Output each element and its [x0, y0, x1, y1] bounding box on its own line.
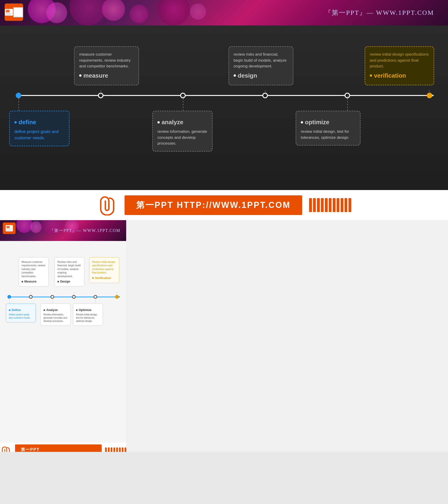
timeline-node-verification: [427, 93, 432, 98]
divider-bar-sm-3: [111, 448, 112, 452]
card-design-label: design: [234, 71, 288, 80]
vline-sm-design: [74, 292, 74, 297]
slide2-header-title: 『第一PPT』— WWW.1PPT.COM: [50, 228, 121, 233]
card-sm-verification-text: Review initial design specifications and…: [92, 260, 115, 274]
divider-lines: [309, 198, 351, 212]
slide1-body: measure customer requirements, review in…: [0, 25, 448, 190]
divider-strip-sm: 第一PPT HTTP://WWW.1PPT.COM: [0, 443, 126, 452]
vline-design: [265, 90, 266, 95]
svg-rect-7: [6, 230, 11, 231]
vline-sm-optimize-below: [95, 298, 96, 304]
card-sm-measure-dot: [21, 281, 23, 283]
card-design-text: review risks and financial, begin build …: [234, 52, 287, 68]
vline-optimize-below: [347, 95, 348, 110]
card-measure-text: measure customer requirements, review in…: [79, 52, 131, 68]
card-sm-measure-label: Measure: [21, 279, 46, 284]
card-sm-analyze: Analyze Review information, generate con…: [40, 304, 71, 326]
card-analyze-text: review information, generate concepts an…: [157, 129, 207, 146]
divider-bar-2: [313, 198, 316, 212]
slide1-header-title: 『第一PPT』— WWW.1PPT.COM: [325, 8, 434, 17]
divider-bar-sm-4: [113, 448, 115, 452]
card-design: review risks and financial, begin build …: [228, 46, 293, 85]
divider-lines-sm: [105, 448, 126, 452]
slide2-body: Measure customer requirements, review in…: [0, 241, 126, 443]
card-measure-label: measure: [79, 71, 134, 80]
clip-icon-sm: [0, 446, 12, 452]
svg-rect-2: [6, 13, 12, 14]
divider-bar-sm-1: [105, 448, 107, 452]
divider-bar-sm-8: [124, 448, 126, 452]
card-sm-design: Review risks and financial, begin build …: [54, 257, 85, 287]
divider-bar-4: [321, 198, 324, 212]
svg-rect-3: [6, 14, 11, 15]
divider-bar-3: [317, 198, 320, 212]
slide2-header: 『第一PPT』— WWW.1PPT.COM: [0, 220, 126, 241]
card-define-dot: [14, 121, 17, 124]
divider-strip: 第一PPT HTTP://WWW.1PPT.COM: [0, 190, 448, 220]
card-sm-design-text: Review risks and financial, begin build …: [57, 260, 81, 278]
card-sm-analyze-dot: [44, 309, 45, 311]
svg-rect-5: [6, 226, 10, 228]
divider-bar-11: [348, 198, 351, 212]
divider-bar-9: [341, 198, 343, 212]
card-analyze-label: analyze: [157, 118, 207, 127]
card-sm-optimize-label: Optimize: [76, 308, 100, 312]
timeline-node-sm-verification: [115, 295, 119, 299]
card-sm-define-text: Define project goals and customer needs.: [9, 313, 33, 320]
ppt-icon: [5, 3, 23, 21]
vline-analyze-below: [183, 95, 183, 110]
timeline: [18, 95, 430, 96]
divider-bar-7: [333, 198, 335, 212]
card-optimize-text: review initial design, test for toleranc…: [301, 129, 355, 141]
card-sm-design-label: Design: [57, 279, 82, 284]
divider-bar-sm-5: [116, 448, 118, 452]
card-define: define define project goals and customer…: [9, 111, 69, 146]
card-sm-verification-dot: [92, 277, 94, 279]
slide1-header: 『第一PPT』— WWW.1PPT.COM: [0, 0, 448, 25]
card-analyze-dot: [157, 121, 160, 124]
card-sm-measure: Measure customer requirements, review in…: [18, 257, 49, 287]
clip-icon: [97, 195, 118, 216]
vline-verification: [429, 90, 430, 95]
card-sm-optimize-dot: [76, 309, 78, 311]
divider-bar-8: [337, 198, 339, 212]
svg-rect-1: [6, 10, 10, 13]
divider-bar-sm-6: [119, 448, 121, 452]
ppt-icon-sm: [3, 222, 16, 234]
card-sm-optimize-text: Review initial design, test for toleranc…: [76, 313, 100, 323]
card-define-label: define: [14, 118, 64, 127]
card-sm-design-dot: [57, 281, 59, 283]
card-verification: review initial design specifications and…: [365, 46, 434, 85]
card-sm-analyze-label: Analyze: [44, 308, 68, 312]
card-design-dot: [234, 74, 236, 77]
card-sm-verification: Review initial design specifications and…: [89, 257, 119, 283]
card-measure: measure customer requirements, review in…: [74, 46, 139, 85]
divider-text-sm: 第一PPT HTTP://WWW.1PPT.COM: [15, 444, 102, 452]
card-optimize-label: optimize: [301, 118, 355, 127]
slide2: 『第一PPT』— WWW.1PPT.COM Measure customer r…: [0, 220, 448, 452]
divider-bar-sm-2: [108, 448, 109, 452]
card-optimize-dot: [301, 121, 303, 124]
vline-measure: [101, 90, 101, 95]
divider-text: 第一PPT HTTP://WWW.1PPT.COM: [124, 195, 302, 215]
card-sm-define: Define Define project goals and customer…: [6, 304, 36, 323]
card-sm-verification-label: Verification: [92, 276, 116, 280]
card-sm-define-label: Define: [9, 308, 33, 312]
vline-sm-define-below: [9, 298, 10, 304]
timeline-sm: [9, 297, 117, 297]
card-define-text: define project goals and customer needs.: [14, 129, 64, 141]
card-verification-dot: [370, 74, 372, 77]
vline-define-below: [18, 95, 19, 110]
divider-bar-1: [309, 198, 312, 212]
slide1: 『第一PPT』— WWW.1PPT.COM measure customer r…: [0, 0, 448, 190]
card-analyze: analyze review information, generate con…: [152, 111, 212, 152]
card-sm-measure-text: Measure customer requirements, review in…: [21, 260, 45, 278]
vline-sm-analyze-below: [52, 298, 52, 304]
vline-sm-measure: [31, 292, 31, 297]
divider-bar-sm-7: [122, 448, 123, 452]
divider-bar-10: [345, 198, 347, 212]
card-sm-analyze-text: Review information, generate concepts an…: [44, 313, 68, 323]
card-optimize: optimize review initial design, test for…: [296, 111, 361, 145]
card-verification-label: verification: [370, 71, 429, 80]
card-verification-text: review initial design specifications and…: [370, 52, 429, 68]
